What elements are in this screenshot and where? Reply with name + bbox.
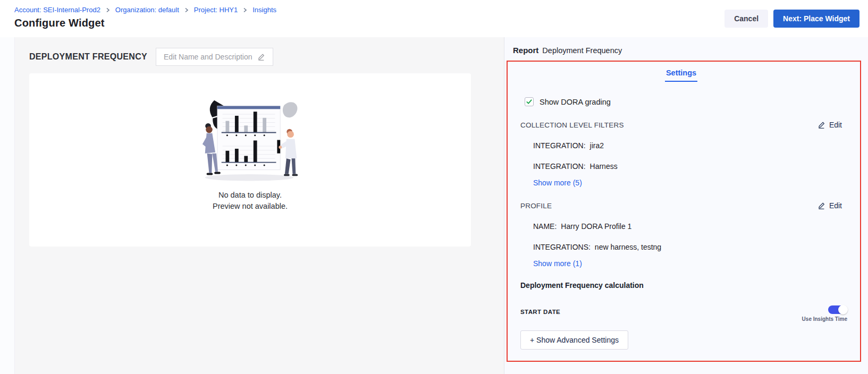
start-date-label: START DATE [520,305,560,315]
page-header: Account: SEI-Internal-Prod2 Organization… [0,0,868,37]
edit-label: Edit [829,121,842,129]
edit-name-description-button[interactable]: Edit Name and Description [156,48,273,66]
no-data-illustration [183,96,317,183]
edit-pencil-icon [818,202,825,210]
profile-row-label: NAME: [533,222,557,231]
settings-highlight-box: Settings Show DORA grading COLLECTION LE… [507,61,861,362]
profile-show-more-link[interactable]: Show more (1) [533,259,842,268]
start-date-row: START DATE Use Insights Time [520,305,842,322]
show-dora-grading-checkbox[interactable] [525,97,534,106]
widget-preview-panel: DEPLOYMENT FREQUENCY Edit Name and Descr… [15,37,504,374]
header-actions: Cancel Next: Place Widget [724,10,859,28]
edit-label: Edit [829,201,842,210]
report-value: Deployment Frequency [542,46,622,55]
profile-row-value: Harry DORA Profile 1 [561,222,631,231]
calculation-title: Deployment Frequency calculation [520,281,842,290]
widget-header: DEPLOYMENT FREQUENCY Edit Name and Descr… [29,48,504,66]
empty-state-line1: No data to display. [213,190,288,201]
checkmark-icon [526,99,532,105]
filter-label: INTEGRATION: [533,162,586,171]
profile-row: INTEGRATIONS:new harness, testng [533,243,842,251]
use-insights-time-label: Use Insights Time [802,316,847,322]
tab-bar: Settings [520,66,842,82]
show-advanced-settings-button[interactable]: + Show Advanced Settings [520,330,628,350]
widget-name-heading: DEPLOYMENT FREQUENCY [29,52,147,62]
empty-state-line2: Preview not available. [213,201,288,212]
next-place-widget-button[interactable]: Next: Place Widget [773,10,859,28]
preview-card: No data to display. Preview not availabl… [29,73,471,246]
profile-title: PROFILE [520,202,552,210]
edit-pencil-icon [818,121,825,129]
chevron-right-icon [184,7,189,13]
collection-filters-show-more-link[interactable]: Show more (5) [533,178,842,187]
breadcrumb-account-link[interactable]: Account: SEI-Internal-Prod2 [14,6,100,14]
toggle-knob [838,305,848,314]
collection-filters-section-head: COLLECTION LEVEL FILTERS Edit [520,121,842,129]
collection-filters-title: COLLECTION LEVEL FILTERS [520,121,624,129]
show-dora-grading-label: Show DORA grading [540,98,611,106]
empty-state-text: No data to display. Preview not availabl… [213,190,288,212]
edit-pencil-icon [257,53,265,61]
profile-row-value: new harness, testng [595,243,661,251]
main-content: DEPLOYMENT FREQUENCY Edit Name and Descr… [0,37,868,374]
filter-row: INTEGRATION:Harness [533,162,842,171]
profile-section-head: PROFILE Edit [520,201,842,210]
filter-value: Harness [590,162,618,171]
left-gutter [0,37,15,374]
profile-row-label: INTEGRATIONS: [533,243,591,251]
filter-label: INTEGRATION: [533,141,586,150]
filter-value: jira2 [590,141,604,150]
chevron-right-icon [105,7,111,13]
cancel-button[interactable]: Cancel [724,10,768,28]
edit-name-label: Edit Name and Description [164,53,252,61]
profile-row: NAME:Harry DORA Profile 1 [533,222,842,231]
breadcrumb-organization-link[interactable]: Organization: default [115,6,179,14]
chevron-right-icon [242,7,248,13]
collection-filters-edit-button[interactable]: Edit [818,121,842,129]
dora-grading-row: Show DORA grading [525,97,842,106]
tab-settings[interactable]: Settings [665,66,697,82]
report-label: Report [513,46,538,55]
widget-settings-panel: ReportDeployment Frequency Settings Show… [504,37,868,374]
filter-row: INTEGRATION:jira2 [533,141,842,150]
insights-time-toggle-block: Use Insights Time [802,305,847,322]
report-header: ReportDeployment Frequency [504,44,868,55]
profile-edit-button[interactable]: Edit [818,201,842,210]
breadcrumb-project-link[interactable]: Project: HHY1 [194,6,238,14]
breadcrumb-insights-link[interactable]: Insights [252,6,276,14]
use-insights-time-toggle[interactable] [828,305,847,314]
